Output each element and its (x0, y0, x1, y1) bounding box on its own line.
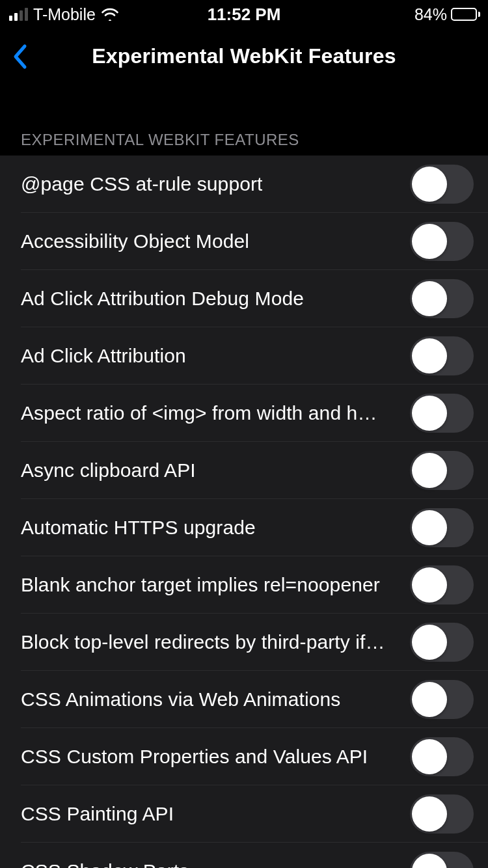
status-left: T-Mobile (9, 5, 119, 24)
feature-toggle[interactable] (410, 222, 474, 261)
feature-toggle[interactable] (410, 680, 474, 719)
feature-label: Ad Click Attribution Debug Mode (21, 288, 304, 310)
battery-icon (451, 8, 480, 21)
toggle-knob (412, 167, 447, 202)
toggle-knob (412, 796, 447, 832)
feature-list: @page CSS at-rule supportAccessibility O… (0, 156, 488, 868)
toggle-knob (412, 281, 447, 316)
feature-row: Async clipboard API (0, 442, 488, 499)
feature-label: CSS Custom Properties and Values API (21, 746, 368, 768)
feature-label: CSS Shadow Parts (21, 860, 189, 868)
wifi-icon (101, 8, 119, 21)
battery-percentage: 84% (414, 5, 447, 24)
toggle-knob (412, 567, 447, 603)
toggle-knob (412, 453, 447, 488)
feature-toggle[interactable] (410, 852, 474, 868)
feature-row: Ad Click Attribution (0, 327, 488, 385)
cellular-signal-icon (9, 8, 28, 21)
toggle-knob (412, 625, 447, 660)
toggle-knob (412, 224, 447, 259)
feature-label: CSS Painting API (21, 803, 174, 825)
feature-row: Aspect ratio of <img> from width and hei… (0, 385, 488, 442)
feature-label: Blank anchor target implies rel=noopener (21, 574, 380, 596)
section-header: EXPERIMENTAL WEBKIT FEATURES (0, 84, 488, 156)
feature-row: CSS Painting API (0, 785, 488, 843)
toggle-knob (412, 854, 447, 868)
feature-row: Automatic HTTPS upgrade (0, 499, 488, 556)
feature-label: Aspect ratio of <img> from width and hei… (21, 402, 385, 424)
feature-toggle[interactable] (410, 623, 474, 662)
page-title: Experimental WebKit Features (92, 44, 396, 68)
feature-row: Ad Click Attribution Debug Mode (0, 270, 488, 327)
clock: 11:52 PM (208, 5, 281, 25)
feature-toggle[interactable] (410, 451, 474, 490)
back-button[interactable] (12, 44, 27, 70)
nav-header: Experimental WebKit Features (0, 29, 488, 84)
feature-row: CSS Custom Properties and Values API (0, 728, 488, 785)
feature-toggle[interactable] (410, 279, 474, 318)
feature-label: Async clipboard API (21, 459, 196, 481)
feature-label: Accessibility Object Model (21, 230, 249, 252)
feature-toggle[interactable] (410, 794, 474, 834)
toggle-knob (412, 682, 447, 717)
feature-label: @page CSS at-rule support (21, 173, 262, 195)
feature-toggle[interactable] (410, 508, 474, 547)
status-right: 84% (414, 5, 480, 24)
feature-row: Blank anchor target implies rel=noopener (0, 556, 488, 614)
feature-row: CSS Animations via Web Animations (0, 671, 488, 728)
toggle-knob (412, 396, 447, 431)
carrier-label: T-Mobile (33, 5, 96, 24)
status-bar: T-Mobile 11:52 PM 84% (0, 0, 488, 29)
feature-label: CSS Animations via Web Animations (21, 688, 340, 711)
feature-toggle[interactable] (410, 336, 474, 375)
feature-label: Ad Click Attribution (21, 345, 186, 367)
toggle-knob (412, 510, 447, 545)
feature-toggle[interactable] (410, 737, 474, 776)
feature-row: Accessibility Object Model (0, 213, 488, 270)
feature-toggle[interactable] (410, 394, 474, 433)
feature-row: CSS Shadow Parts (0, 843, 488, 868)
toggle-knob (412, 338, 447, 373)
feature-toggle[interactable] (410, 165, 474, 204)
feature-label: Automatic HTTPS upgrade (21, 517, 256, 539)
feature-label: Block top-level redirects by third-party… (21, 631, 385, 653)
feature-row: Block top-level redirects by third-party… (0, 614, 488, 671)
toggle-knob (412, 739, 447, 774)
feature-row: @page CSS at-rule support (0, 156, 488, 213)
feature-toggle[interactable] (410, 565, 474, 604)
